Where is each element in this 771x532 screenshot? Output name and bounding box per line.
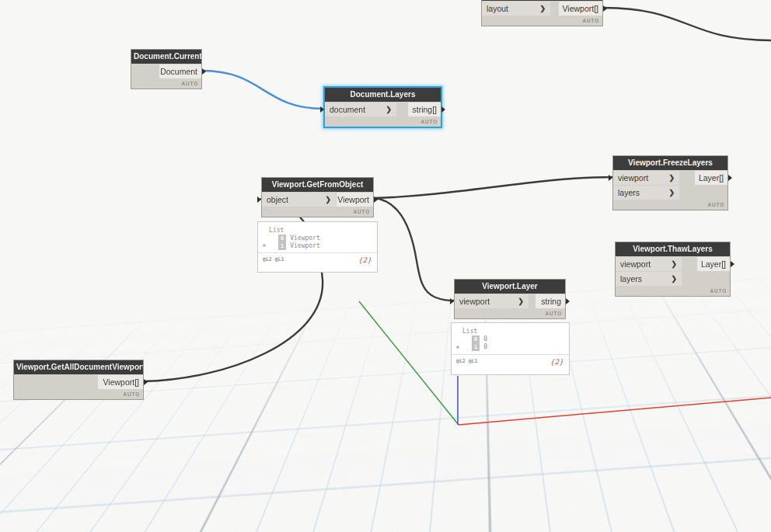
lacing-levels: @L2 @L1 [456,358,477,364]
list-count: {2} [358,256,372,264]
chevron-right-icon[interactable]: ❯ [668,186,679,200]
input-port-label: object [267,195,288,204]
node-title[interactable]: Viewport.ThawLayers [616,242,730,256]
lacing-mode[interactable]: AUTO [710,288,727,294]
preview-root-label: List [269,227,372,235]
output-port-layers[interactable]: Layer[] [697,257,730,271]
list-index-badge: 0 [278,235,286,242]
input-port-label: document [330,105,365,114]
chevron-right-icon[interactable]: ❯ [671,272,682,286]
list-index-badge: 1 [278,242,286,250]
input-port-document[interactable]: document ❯ [325,103,396,116]
lacing-mode[interactable]: AUTO [124,391,141,397]
node-viewport-thawlayers[interactable]: Viewport.ThawLayers viewport ❯ Layer[] l… [615,242,731,297]
output-port-label: Layer[] [701,259,726,269]
node-viewport-layer[interactable]: Viewport.Layer viewport ❯ string AUTO [454,279,566,319]
input-port-layers[interactable]: layers ❯ [613,186,679,200]
preview-root-label: List [462,328,564,336]
chevron-right-icon[interactable]: ❯ [518,294,529,308]
output-port-document[interactable]: Document [159,64,201,78]
output-port-strings[interactable]: string[] [408,103,441,116]
expand-toggle[interactable] [263,244,266,247]
input-port-label: layout [487,4,508,13]
output-port-label: Viewport [337,195,369,204]
input-connector[interactable] [320,106,324,113]
list-item: 00 [462,336,564,343]
output-connector[interactable] [603,5,607,12]
input-connector[interactable] [450,298,454,304]
output-port-string[interactable]: string [536,294,565,308]
output-connector[interactable] [144,379,148,385]
output-port-label: Viewport[] [103,377,140,387]
chevron-right-icon[interactable]: ❯ [386,103,396,116]
output-connector[interactable] [202,68,206,75]
input-port-viewport[interactable]: viewport ❯ [616,257,682,271]
lacing-mode[interactable]: AUTO [421,119,438,124]
list-value: 0 [483,343,487,350]
node-title[interactable]: Document.Current [131,50,201,64]
output-port-viewports[interactable]: Viewport[] [559,2,602,16]
wire-viewport-to-freezelayers[interactable] [374,177,612,198]
list-index-badge: 0 [472,336,480,343]
node-title[interactable]: Viewport.GetAllDocumentViewports [14,360,143,374]
input-port-label: viewport [618,173,648,183]
chevron-right-icon[interactable]: ❯ [671,257,682,271]
node-viewport-freezelayers[interactable]: Viewport.FreezeLayers viewport ❯ Layer[]… [612,155,728,210]
node-title[interactable]: Viewport.FreezeLayers [613,156,727,170]
node-viewport-getfromobject[interactable]: Viewport.GetFromObject object ❯ Viewport… [261,177,374,217]
lacing-mode[interactable]: AUTO [182,81,199,86]
list-value: Viewport [290,235,320,242]
wire-layout-viewports-out[interactable] [604,8,771,40]
output-connector[interactable] [731,261,734,267]
input-port-label: layers [618,188,640,197]
node-document-layers[interactable]: Document.Layers document ❯ string[] AUTO [323,86,442,128]
output-port-layers[interactable]: Layer[] [695,171,727,185]
list-item: 1Viewport [269,242,372,250]
lacing-mode[interactable]: AUTO [354,209,371,214]
lacing-mode[interactable]: AUTO [583,18,600,23]
output-connector[interactable] [566,298,570,304]
output-port-label: string[] [412,105,437,114]
input-port-layout[interactable]: layout ❯ [482,2,550,16]
input-port-layers[interactable]: layers ❯ [616,272,682,286]
input-port-label: viewport [620,259,651,269]
node-title[interactable]: Viewport.GetFromObject [262,178,373,192]
input-port-viewport[interactable]: viewport ❯ [613,171,679,185]
preview-bubble-viewports[interactable]: List 0Viewport 1Viewport @L2 @L1 {2} [257,221,378,273]
expand-toggle[interactable] [456,346,459,349]
lacing-levels: @L2 @L1 [263,256,284,263]
output-connector[interactable] [441,106,445,113]
dynamo-canvas[interactable]: layout ❯ Viewport[] AUTO Document.Curren… [0,0,771,532]
output-port-label: Document [160,67,197,76]
input-port-label: layers [620,274,642,283]
preview-bubble-layers[interactable]: List 00 10 @L2 @L1 {2} [451,322,570,375]
list-index-badge: 1 [472,343,480,351]
list-count: {2} [550,358,563,366]
lacing-mode[interactable]: AUTO [708,202,725,207]
output-port-viewports[interactable]: Viewport[] [98,375,143,389]
node-title[interactable]: Document.Layers [325,88,441,102]
node-title[interactable] [482,0,602,1]
input-port-label: viewport [459,297,490,306]
list-item: 0Viewport [269,235,372,242]
input-connector[interactable] [609,175,612,181]
node-document-current[interactable]: Document.Current Document AUTO [131,49,202,89]
wire-viewport-to-layer[interactable] [374,198,454,301]
input-port-viewport[interactable]: viewport ❯ [455,294,529,308]
node-title[interactable]: Viewport.Layer [455,280,565,294]
output-port-label: Viewport[] [563,4,599,13]
wire-document-to-layers[interactable] [202,71,323,109]
input-port-object[interactable]: object ❯ [262,193,336,207]
node-layout-partial[interactable]: layout ❯ Viewport[] AUTO [481,0,603,26]
input-connector[interactable] [257,196,261,203]
output-port-viewport[interactable]: Viewport [337,193,373,207]
chevron-right-icon[interactable]: ❯ [539,2,550,16]
node-viewport-getalldocumentviewports[interactable]: Viewport.GetAllDocumentViewports Viewpor… [13,360,144,400]
output-connector[interactable] [374,196,378,203]
list-item: 10 [462,343,564,351]
chevron-right-icon[interactable]: ❯ [668,171,679,185]
output-port-label: string [541,297,561,306]
lacing-mode[interactable]: AUTO [546,311,563,316]
chevron-right-icon[interactable]: ❯ [325,193,336,207]
output-connector[interactable] [728,175,732,181]
